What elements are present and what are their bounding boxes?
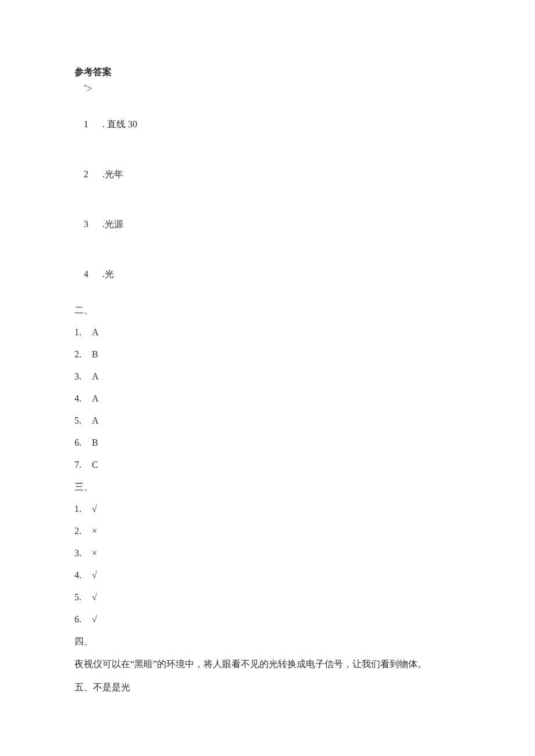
item-text: 光	[105, 269, 114, 279]
section-3-item-4: 4.√	[74, 568, 461, 582]
item-number: 2.	[74, 349, 81, 359]
answer-key-title: 参考答案	[74, 65, 461, 79]
section-2-item-3: 3.A	[74, 370, 461, 384]
section-2-item-4: 4.A	[74, 392, 461, 406]
item-number: 5.	[74, 415, 81, 425]
item-number: 1	[84, 117, 92, 131]
section-3-item-2: 2.×	[74, 524, 461, 538]
section-1-item-1: 1. 直线 30	[74, 103, 461, 145]
section-5-text: 五、不是是光	[74, 680, 461, 695]
section-2-item-2: 2.B	[74, 347, 461, 361]
item-number: 5.	[74, 592, 81, 602]
item-answer: A	[92, 415, 99, 425]
item-answer: √	[92, 570, 97, 580]
item-number: 4.	[74, 393, 81, 403]
section-3-item-5: 5.√	[74, 590, 461, 604]
section-1-item-4: 4.光	[74, 253, 461, 295]
item-number: 2.	[74, 526, 81, 536]
item-text: 光源	[105, 219, 123, 229]
section-2-item-7: 7.C	[74, 458, 461, 472]
item-answer: B	[92, 438, 98, 447]
item-answer: A	[92, 371, 99, 381]
item-number: 1.	[74, 504, 81, 514]
section-4-label: 四、	[74, 635, 461, 648]
section-3-item-1: 1.√	[74, 502, 461, 516]
item-text: 直线 30	[107, 119, 137, 129]
item-answer: √	[92, 592, 97, 602]
item-number: 6.	[74, 614, 81, 624]
section-2-item-6: 6.B	[74, 436, 461, 450]
item-number: 3.	[74, 548, 81, 558]
section-4-text: 夜视仪可以在“黑暗”的环境中，将人眼看不见的光转换成电子信号，让我们看到物体。	[74, 657, 461, 672]
item-answer: √	[92, 504, 97, 514]
item-number: 4.	[74, 570, 81, 580]
section-3-label: 三、	[74, 480, 461, 494]
item-number: 2	[84, 167, 92, 181]
item-number: 7.	[74, 460, 81, 470]
item-text: 光年	[105, 169, 123, 179]
item-answer: C	[92, 460, 98, 470]
item-answer: ×	[92, 548, 97, 558]
section-1-item-2: 2.光年	[74, 153, 461, 195]
item-number: 4	[84, 267, 92, 281]
item-answer: A	[92, 393, 99, 403]
item-number: 3.	[74, 371, 81, 381]
section-1-item-3: 3.光源	[74, 203, 461, 245]
section-3-item-6: 6.√	[74, 612, 461, 626]
section-1-mark: ˆ>	[74, 83, 461, 95]
item-answer: ×	[92, 526, 97, 536]
item-number: 3	[84, 217, 92, 231]
item-answer: B	[92, 349, 98, 359]
section-2-label: 二、	[74, 303, 461, 317]
document-page: 参考答案 ˆ> 1. 直线 30 2.光年 3.光源 4.光 二、 1.A 2.…	[0, 0, 535, 756]
section-3-item-3: 3.×	[74, 546, 461, 560]
item-number: 6.	[74, 438, 81, 447]
item-number: 1.	[74, 327, 81, 337]
section-2-item-5: 5.A	[74, 414, 461, 428]
item-answer: A	[92, 327, 99, 337]
section-2-item-1: 1.A	[74, 325, 461, 339]
item-answer: √	[92, 614, 97, 624]
